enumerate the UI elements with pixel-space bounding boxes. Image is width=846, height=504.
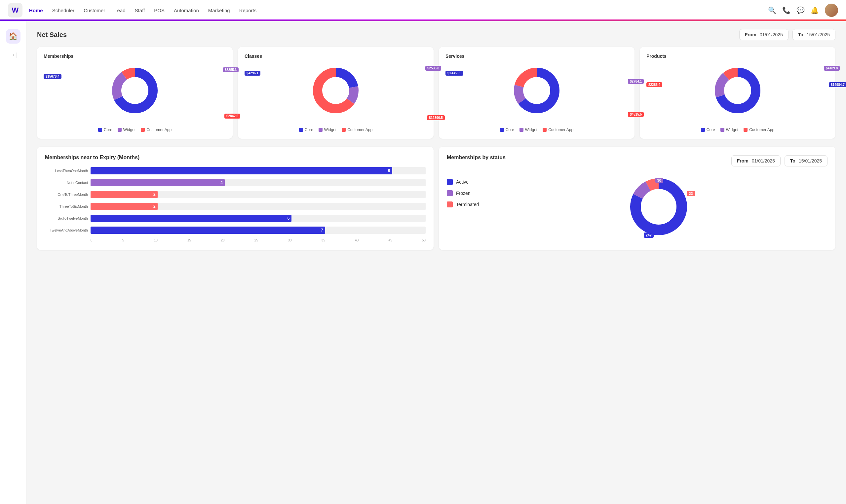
active-count-label: 247	[644, 232, 654, 238]
frozen-count-label: 30	[655, 177, 663, 183]
status-from-value: 01/01/2025	[752, 158, 775, 163]
memberships-legend: Core Widget Customer App	[43, 127, 226, 132]
nav-customer[interactable]: Customer	[84, 7, 105, 13]
bottom-row: Memberships near to Expiry (Months) Less…	[37, 147, 835, 250]
bar-fill-2: 2	[91, 191, 158, 198]
net-sales-title: Net Sales	[37, 31, 739, 39]
to-date-box[interactable]: To 15/01/2025	[792, 29, 835, 40]
nav-scheduler[interactable]: Scheduler	[52, 7, 75, 13]
bar-value-1: 4	[221, 180, 223, 185]
svg-point-9	[322, 77, 349, 104]
bell-icon[interactable]: 🔔	[811, 6, 819, 14]
bar-label-2: OneToThreeMonth	[45, 193, 88, 197]
status-from-box[interactable]: From 01/01/2025	[731, 155, 780, 166]
status-from-label: From	[737, 158, 748, 163]
legend-core-3: Core	[500, 127, 514, 132]
nav-right-icons: 🔍 📞 💬 🔔	[768, 4, 838, 17]
bar-fill-3: 2	[91, 203, 158, 210]
top-navigation: W Home Scheduler Customer Lead Staff POS…	[0, 0, 846, 21]
bar-fill-4: 6	[91, 215, 292, 222]
app-body: 🏠 →| Net Sales From 01/01/2025 To 15/01/…	[0, 21, 846, 504]
status-title: Memberships by status	[447, 155, 506, 161]
bar-row-4: SixToTwelveMonth 6	[45, 215, 426, 222]
active-dot	[447, 179, 453, 185]
terminated-count-label: 23	[687, 190, 695, 196]
products-title: Products	[647, 54, 829, 59]
expiry-title: Memberships near to Expiry (Months)	[45, 155, 426, 161]
nav-pos[interactable]: POS	[154, 7, 164, 13]
products-legend: Core Widget Customer App	[647, 127, 829, 132]
nav-lead[interactable]: Lead	[114, 7, 125, 13]
legend-customer-app-4: Customer App	[743, 127, 774, 132]
legend-widget-4: Widget	[720, 127, 738, 132]
bar-row-2: OneToThreeMonth 2	[45, 191, 426, 198]
products-chart-card: Products $14984.7 $4189.8	[640, 47, 835, 139]
sidebar-collapse-icon[interactable]: →|	[9, 52, 17, 58]
nav-reports[interactable]: Reports	[239, 7, 257, 13]
memberships-title: Memberships	[43, 54, 226, 59]
nav-automation[interactable]: Automation	[174, 7, 199, 13]
bar-label-4: SixToTwelveMonth	[45, 216, 88, 220]
bar-value-4: 6	[287, 216, 290, 221]
bar-track-0: 9	[91, 167, 426, 174]
net-sales-header: Net Sales From 01/01/2025 To 15/01/2025	[37, 29, 835, 40]
svg-point-24	[641, 189, 676, 224]
status-donut-wrap: 30 23 247	[490, 174, 828, 241]
bar-label-5: TwelveAndAboveMonth	[45, 228, 88, 232]
legend-core-2: Core	[299, 127, 313, 132]
status-terminated: Terminated	[447, 201, 479, 208]
bar-fill-1: 4	[91, 179, 225, 186]
bar-value-2: 2	[153, 192, 156, 197]
charts-grid: Memberships $15678.4	[37, 47, 835, 139]
svg-point-4	[122, 77, 148, 104]
bar-row-0: LessThenOneMonth 9	[45, 167, 426, 174]
expiry-card: Memberships near to Expiry (Months) Less…	[37, 147, 434, 250]
bar-fill-0: 9	[91, 167, 392, 174]
bar-track-3: 2	[91, 203, 426, 210]
nav-links: Home Scheduler Customer Lead Staff POS A…	[29, 7, 768, 13]
bar-value-0: 9	[388, 168, 390, 173]
app-logo[interactable]: W	[8, 3, 22, 18]
sidebar-home-icon[interactable]: 🏠	[6, 29, 20, 43]
nav-home[interactable]: Home	[29, 7, 43, 13]
date-range: From 01/01/2025 To 15/01/2025	[739, 29, 835, 40]
status-legend: Active Frozen Terminated	[447, 174, 479, 241]
services-title: Services	[445, 54, 628, 59]
bar-track-2: 2	[91, 191, 426, 198]
bar-chart: LessThenOneMonth 9 NotInContact 4	[45, 167, 426, 242]
from-label: From	[745, 32, 756, 37]
whatsapp-icon[interactable]: 💬	[796, 6, 805, 14]
services-legend: Core Widget Customer App	[445, 127, 628, 132]
status-card: Memberships by status From 01/01/2025 To…	[439, 147, 835, 250]
status-frozen: Frozen	[447, 190, 479, 196]
status-to-value: 15/01/2025	[799, 158, 822, 163]
legend-customer-app-2: Customer App	[342, 127, 372, 132]
services-chart-card: Services $13356.5 $2784.1	[439, 47, 635, 139]
bar-track-1: 4	[91, 179, 426, 186]
memberships-chart-card: Memberships $15678.4	[37, 47, 233, 139]
svg-point-19	[724, 77, 751, 104]
status-section: Active Frozen Terminated	[447, 174, 828, 241]
bar-row-3: ThreeToSixMonth 2	[45, 203, 426, 210]
legend-customer-app-3: Customer App	[543, 127, 574, 132]
avatar[interactable]	[825, 4, 838, 17]
bar-value-5: 7	[321, 228, 323, 233]
search-icon[interactable]: 🔍	[768, 6, 776, 14]
frozen-label: Frozen	[456, 191, 471, 196]
status-to-label: To	[790, 158, 795, 163]
classes-title: Classes	[245, 54, 427, 59]
classes-chart-card: Classes $4296.1 $2535.8	[238, 47, 434, 139]
terminated-dot	[447, 201, 453, 208]
nav-staff[interactable]: Staff	[135, 7, 145, 13]
nav-marketing[interactable]: Marketing	[208, 7, 230, 13]
legend-widget-3: Widget	[519, 127, 537, 132]
terminated-label: Terminated	[456, 202, 479, 207]
legend-widget-2: Widget	[319, 127, 336, 132]
phone-icon[interactable]: 📞	[782, 6, 791, 14]
bar-label-1: NotInContact	[45, 181, 88, 185]
main-content: Net Sales From 01/01/2025 To 15/01/2025 …	[27, 21, 846, 504]
active-label: Active	[456, 179, 469, 185]
bar-value-3: 2	[153, 204, 156, 209]
status-to-box[interactable]: To 15/01/2025	[785, 155, 828, 166]
from-date-box[interactable]: From 01/01/2025	[739, 29, 789, 40]
